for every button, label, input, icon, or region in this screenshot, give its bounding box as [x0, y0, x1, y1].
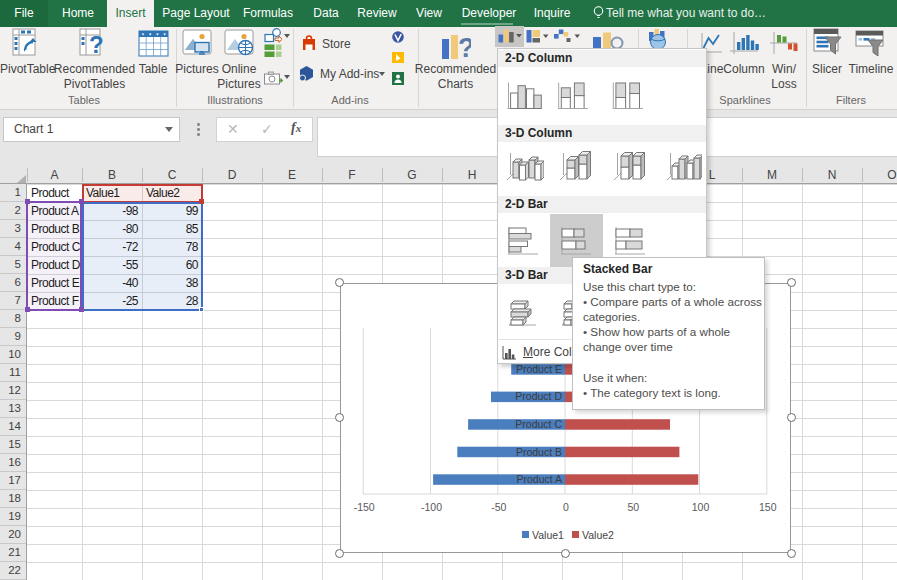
svg-text:-150: -150 [354, 501, 375, 513]
svg-text:Product A: Product A [516, 473, 562, 485]
svg-text:Product D: Product D [515, 390, 562, 402]
svg-text:150: 150 [759, 501, 777, 513]
svg-text:?: ? [458, 33, 471, 63]
svg-text:Value1: Value1 [532, 529, 564, 541]
svg-text:Product B: Product B [516, 446, 562, 458]
svg-text:100: 100 [692, 501, 710, 513]
svg-text:0: 0 [563, 501, 569, 513]
svg-text:Product E: Product E [516, 363, 562, 375]
svg-text:-100: -100 [421, 501, 442, 513]
svg-text:-50: -50 [491, 501, 506, 513]
svg-text:Value2: Value2 [582, 529, 614, 541]
svg-text:Product C: Product C [515, 418, 562, 430]
svg-text:?: ? [89, 31, 104, 58]
svg-text:50: 50 [627, 501, 639, 513]
